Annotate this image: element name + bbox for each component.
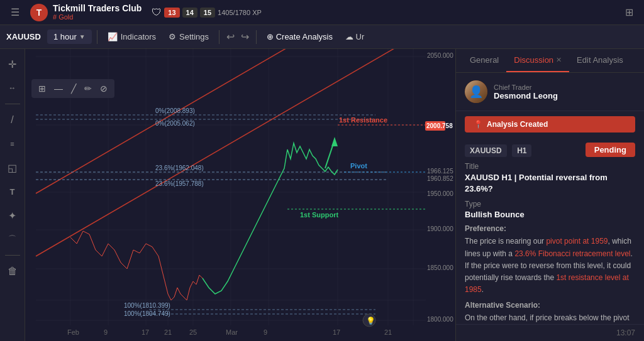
settings-button[interactable]: ⚙ Settings [164,30,214,44]
svg-text:1966.125: 1966.125 [427,168,453,175]
hline-tool[interactable]: ≡ [3,134,23,154]
pin-icon: 📍 [474,120,483,129]
hline-draw-btn[interactable]: — [51,82,66,95]
level-13[interactable]: 13 [164,8,179,18]
svg-text:2050.000: 2050.000 [427,52,453,59]
toolbar-separator-2 [5,255,20,256]
preference-body: The price is nearing our pivot point at … [465,235,635,296]
indicators-button[interactable]: 📈 Indicators [103,30,161,44]
title-label: Title [465,162,635,171]
brand-title: Tickmill Traders Club [53,3,142,14]
pair-label: XAUUSD [6,32,41,41]
svg-text:1850.000: 1850.000 [427,264,453,271]
xp-text: 1405/1780 XP [218,9,262,16]
chart-toolbar: XAUUSD 1 hour ▼ 📈 Indicators ⚙ Settings … [0,25,644,49]
node-tool[interactable]: ✦ [3,205,23,225]
gear-icon: ⚙ [169,32,176,41]
analysis-created-badge: 📍 Analysis Created [465,116,635,133]
avatar: 👤 [465,80,487,103]
timeframe-label: 1 hour [53,32,77,41]
upload-button[interactable]: ☁ Ur [340,30,369,44]
logo: T [30,4,48,21]
eraser-draw-btn[interactable]: ⊘ [97,82,111,95]
svg-text:2000.758: 2000.758 [426,122,453,129]
trend-draw-btn[interactable]: ╱ [68,82,79,95]
grid-view-button[interactable]: ⊞ [619,3,639,23]
svg-text:100%(1804.749): 100%(1804.749) [124,310,170,317]
preference-section: Preference: The price is nearing our piv… [465,224,635,296]
chevron-down-icon: ▼ [79,33,86,40]
type-value: Bullish Bounce [465,210,635,219]
separator [97,30,97,44]
nav-right: ⊞ [619,3,639,23]
type-label: Type [465,200,635,208]
line-tool[interactable]: / [3,110,23,130]
svg-text:💡: 💡 [366,316,375,325]
top-nav: ☰ T Tickmill Traders Club # Gold 🛡 13 14… [0,0,644,25]
tab-edit-analysis[interactable]: Edit Analysis [569,49,631,72]
user-info: Chief Trader Desmond Leong [494,84,558,100]
redo-button[interactable]: ↪ [239,31,251,43]
svg-text:0%(2008.893): 0%(2008.893) [155,107,195,114]
user-role: Chief Trader [494,84,558,91]
xp-bar: 🛡 13 14 15 1405/1780 XP [152,7,261,18]
preference-label: Preference: [465,224,635,233]
undo-button[interactable]: ↩ [225,31,236,43]
pencil-draw-btn[interactable]: ✏ [81,82,95,95]
shape-tool[interactable]: ◱ [3,158,23,178]
svg-text:1900.000: 1900.000 [427,225,453,232]
text-tool[interactable]: T [3,181,23,202]
svg-text:21: 21 [164,328,172,336]
crosshair-tool[interactable]: ✛ [3,54,23,74]
right-panel: General Discussion ✕ Edit Analysis 👤 Chi… [455,49,644,341]
delete-tool[interactable]: 🗑 [3,261,23,281]
tab-general[interactable]: General [462,49,506,72]
timeframe-selector[interactable]: 1 hour ▼ [47,30,92,44]
svg-text:9: 9 [104,328,108,336]
tab-discussion[interactable]: Discussion ✕ [506,49,569,72]
status-badge[interactable]: Pending [586,143,635,157]
main-layout: ✛ ↔ / ≡ ◱ T ✦ ⌒ 🗑 ⊞ — ╱ ✏ ⊘ [0,49,644,341]
title-section: Title XAUUSD H1 | Potential reversal fro… [465,162,635,195]
create-analysis-button[interactable]: ⊕ Create Analysis [262,30,338,44]
svg-text:1960.852: 1960.852 [427,175,453,182]
arrow-tool[interactable]: ↔ [3,78,23,98]
svg-text:23.6%(1957.788): 23.6%(1957.788) [155,180,204,187]
svg-text:17: 17 [142,328,149,336]
timestamp: 13:07 [456,324,644,341]
svg-text:1st Resistance: 1st Resistance [339,116,387,124]
brand-subtitle: # Gold [53,13,142,21]
svg-text:25: 25 [189,328,197,336]
alt-scenario-body: On the other hand, if price breaks below… [465,312,635,324]
tags-row: XAUUSD H1 Pending [456,138,644,162]
svg-text:21: 21 [384,328,392,336]
hamburger-menu[interactable]: ☰ [5,3,25,23]
tag-pair: XAUUSD [465,144,507,157]
arc-tool[interactable]: ⌒ [3,229,23,249]
svg-text:17: 17 [333,328,340,336]
grid-draw-btn[interactable]: ⊞ [35,82,49,95]
chart-area[interactable]: ⊞ — ╱ ✏ ⊘ [25,49,455,341]
chart-icon: 📈 [108,32,118,41]
left-toolbar: ✛ ↔ / ≡ ◱ T ✦ ⌒ 🗑 [0,49,25,341]
svg-text:Mar: Mar [226,328,238,336]
panel-tabs: General Discussion ✕ Edit Analysis [456,49,644,73]
svg-text:100%(1810.399): 100%(1810.399) [124,302,170,309]
analysis-title: XAUUSD H1 | Potential reversal from 23.6… [465,172,635,195]
svg-text:1st Support: 1st Support [300,211,338,219]
brand: Tickmill Traders Club # Gold [53,3,142,22]
level-14[interactable]: 14 [182,8,197,18]
tab-close-icon[interactable]: ✕ [556,56,562,64]
svg-text:23.6%(1962.048): 23.6%(1962.048) [155,165,204,171]
shield-icon: 🛡 [152,7,162,18]
svg-text:Feb: Feb [67,328,79,336]
alt-scenario-label: Alternative Scenario: [465,301,635,310]
level-15[interactable]: 15 [200,8,215,18]
separator-3 [256,30,257,44]
svg-text:1950.000: 1950.000 [427,190,453,197]
svg-text:1800.000: 1800.000 [427,316,453,323]
drawing-tools-bar: ⊞ — ╱ ✏ ⊘ [31,79,114,98]
alt-scenario-section: Alternative Scenario: On the other hand,… [465,301,635,324]
separator-2 [219,30,219,44]
svg-text:9: 9 [264,328,267,336]
